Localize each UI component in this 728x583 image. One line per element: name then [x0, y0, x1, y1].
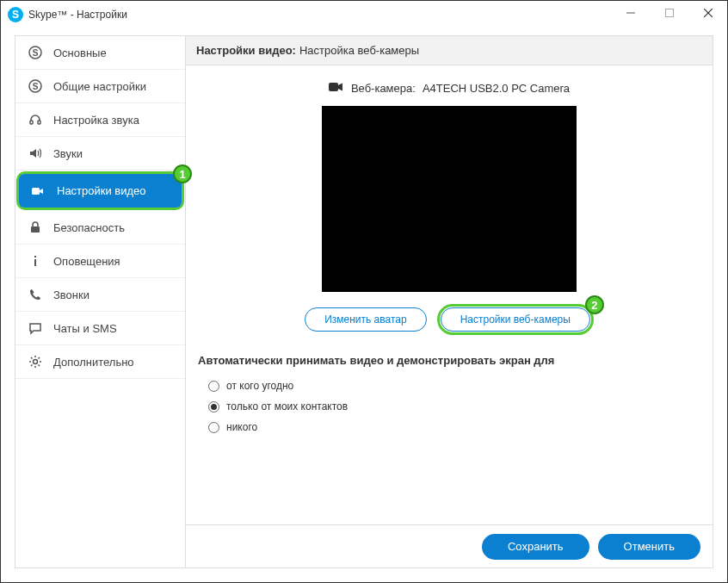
webcam-name: A4TECH USB2.0 PC Camera: [423, 82, 570, 95]
svg-rect-9: [38, 121, 40, 124]
sidebar-item-label: Настройка звука: [53, 114, 139, 127]
radio-anyone[interactable]: от кого угодно: [208, 375, 700, 396]
webcam-label-row: Веб-камера: A4TECH USB2.0 PC Camera: [198, 81, 700, 96]
window-controls: [611, 1, 727, 25]
sidebar-item-sounds[interactable]: Звуки: [15, 137, 185, 171]
sidebar-item-label: Звонки: [53, 288, 89, 301]
svg-point-14: [34, 360, 38, 364]
close-button[interactable]: [688, 1, 727, 25]
header-title: Настройки видео:: [196, 44, 296, 57]
skype-icon: S: [28, 46, 43, 59]
webcam-preview: [322, 106, 577, 292]
annotation-badge-1: 1: [173, 164, 192, 183]
svg-rect-10: [32, 188, 40, 195]
skype-icon: S: [28, 79, 43, 93]
radio-contacts-only[interactable]: только от моих контактов: [208, 396, 700, 417]
sidebar-item-label: Общие настройки: [53, 80, 146, 93]
webcam-label: Веб-камера:: [351, 82, 416, 95]
radio-icon: [208, 381, 219, 392]
svg-rect-13: [34, 259, 36, 266]
sidebar-item-calls[interactable]: Звонки: [15, 278, 185, 312]
headset-icon: [28, 113, 43, 127]
sidebar-item-label: Звуки: [53, 147, 83, 160]
camera-icon: [329, 81, 344, 96]
skype-logo-icon: S: [8, 7, 23, 22]
maximize-button[interactable]: [650, 1, 688, 25]
annotation-highlight-1: Настройки видео: [16, 171, 184, 210]
save-button[interactable]: Сохранить: [482, 534, 589, 560]
svg-rect-11: [31, 226, 40, 233]
auto-accept-radio-group: от кого угодно только от моих контактов …: [198, 375, 700, 437]
svg-text:S: S: [33, 48, 39, 58]
sidebar-item-video[interactable]: Настройки видео: [19, 174, 182, 208]
sidebar-item-general[interactable]: S Основные: [15, 36, 185, 70]
auto-accept-label: Автоматически принимать видео и демонстр…: [198, 354, 700, 367]
sidebar-item-label: Оповещения: [53, 255, 120, 268]
sidebar-item-label: Безопасность: [53, 221, 125, 234]
content-panel: Настройки видео: Настройка веб-камеры Ве…: [185, 35, 713, 568]
window-title: Skype™ - Настройки: [28, 9, 127, 21]
sidebar-item-notifications[interactable]: Оповещения: [15, 245, 185, 278]
chat-icon: [28, 321, 43, 335]
radio-icon: [208, 401, 219, 412]
webcam-settings-button[interactable]: Настройки веб-камеры: [441, 307, 590, 332]
sidebar-item-label: Основные: [53, 47, 107, 59]
speaker-icon: [28, 146, 43, 160]
change-avatar-button[interactable]: Изменить аватар: [305, 307, 427, 332]
dialog-footer: Сохранить Отменить: [186, 524, 713, 567]
svg-rect-12: [34, 256, 36, 257]
sidebar-item-label: Дополнительно: [53, 356, 134, 369]
annotation-highlight-2: Настройки веб-камеры: [437, 304, 594, 335]
lock-icon: [28, 220, 43, 234]
svg-rect-15: [329, 83, 338, 91]
content-header: Настройки видео: Настройка веб-камеры: [186, 36, 713, 65]
svg-text:S: S: [33, 82, 39, 91]
info-icon: [28, 254, 43, 268]
settings-window: S Skype™ - Настройки S Основные S Общие …: [0, 0, 728, 583]
sidebar-item-common[interactable]: S Общие настройки: [15, 70, 185, 103]
svg-rect-8: [30, 121, 33, 124]
annotation-badge-2: 2: [585, 295, 604, 314]
gear-icon: [28, 355, 43, 369]
sidebar-item-chats[interactable]: Чаты и SMS: [15, 312, 185, 345]
sidebar-item-advanced[interactable]: Дополнительно: [15, 345, 185, 379]
cancel-button[interactable]: Отменить: [598, 534, 700, 560]
radio-label: от кого угодно: [226, 380, 293, 392]
radio-nobody[interactable]: никого: [208, 417, 700, 437]
sidebar-item-audio[interactable]: Настройка звука: [15, 103, 185, 137]
settings-sidebar: S Основные S Общие настройки Настройка з…: [15, 35, 185, 568]
camera-icon: [31, 184, 46, 198]
sidebar-item-label: Чаты и SMS: [53, 322, 117, 335]
radio-label: только от моих контактов: [226, 400, 348, 412]
minimize-button[interactable]: [611, 1, 650, 25]
radio-label: никого: [226, 421, 257, 433]
phone-icon: [28, 288, 43, 301]
sidebar-item-label: Настройки видео: [57, 184, 146, 197]
radio-icon: [208, 422, 219, 433]
header-subtitle: Настройка веб-камеры: [299, 44, 419, 57]
svg-rect-1: [665, 9, 673, 17]
titlebar: S Skype™ - Настройки: [1, 1, 727, 28]
sidebar-item-security[interactable]: Безопасность: [15, 211, 185, 245]
